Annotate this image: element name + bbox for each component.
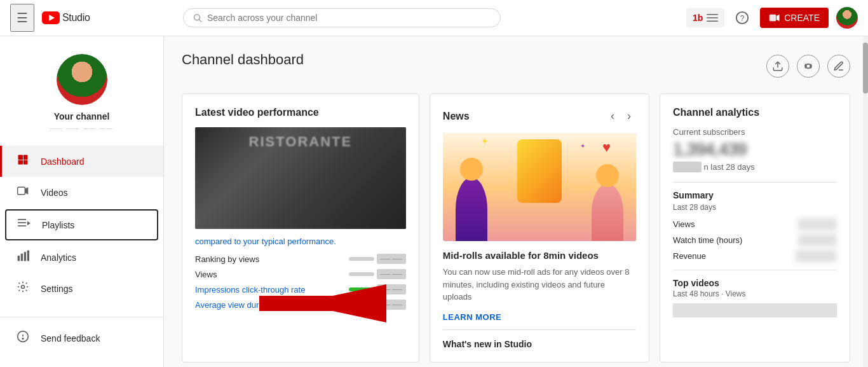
create-icon <box>769 12 780 24</box>
channel-avatar[interactable] <box>57 54 107 105</box>
stat-duration-label: Average view duration <box>195 300 276 310</box>
sidebar-item-playlists[interactable]: Playlists <box>5 209 158 240</box>
videos-icon <box>15 184 31 200</box>
search-input[interactable] <box>207 13 491 23</box>
news-section2-title: What's new in Studio <box>443 339 636 349</box>
page-title: Channel dashboard <box>182 52 304 68</box>
playlists-icon <box>17 217 32 233</box>
upload-icon <box>772 60 783 72</box>
menu-icon <box>707 12 718 24</box>
svg-point-30 <box>806 64 811 69</box>
news-navigation: ‹ › <box>606 107 636 125</box>
svg-rect-13 <box>18 160 24 165</box>
thumbnail-image: RISTORANTE <box>195 127 406 229</box>
studio-text: Studio <box>62 12 90 24</box>
sidebar-nav: Dashboard Videos <box>0 146 163 304</box>
user-avatar[interactable] <box>836 7 858 29</box>
header-actions <box>766 55 850 78</box>
live-button[interactable] <box>797 55 820 78</box>
news-article-desc: You can now use mid-roll ads for any vid… <box>443 266 636 303</box>
sidebar-item-analytics[interactable]: Analytics <box>0 242 163 273</box>
analytics-icon <box>15 249 31 265</box>
edit-button[interactable] <box>827 55 850 78</box>
analytics-label: Analytics <box>41 253 76 263</box>
settings-icon <box>15 280 31 296</box>
svg-rect-9 <box>770 15 776 22</box>
search-icon <box>193 13 202 23</box>
views-label: Views <box>673 219 695 229</box>
channel-profile: Your channel ── ── ── ── <box>0 46 163 146</box>
edit-icon <box>833 60 844 72</box>
analytics-divider-2 <box>673 270 837 270</box>
cards-row: Latest video performance RISTORANTE comp… <box>182 93 850 363</box>
notification-button[interactable]: 1b <box>686 8 724 27</box>
news-illustration: ♥ ✦ ✦ <box>443 133 636 241</box>
channel-handle: ── ── ── ── <box>50 124 113 133</box>
youtube-icon <box>42 11 60 24</box>
summary-title: Summary <box>673 190 837 200</box>
svg-rect-6 <box>707 21 718 22</box>
growth-text: ──── n last 28 days <box>673 162 837 172</box>
settings-label: Settings <box>41 284 73 294</box>
youtube-studio-logo[interactable]: Studio <box>42 11 90 24</box>
notification-count: 1b <box>693 13 703 23</box>
revenue-value: ──── <box>796 250 837 262</box>
sidebar-item-videos[interactable]: Videos <box>0 177 163 208</box>
news-image: ♥ ✦ ✦ <box>443 133 636 241</box>
news-next-button[interactable]: › <box>622 107 636 125</box>
video-performance-card: Latest video performance RISTORANTE comp… <box>182 93 419 363</box>
stat-ranking-label: Ranking by views <box>195 254 259 264</box>
upload-button[interactable] <box>766 55 789 78</box>
stat-duration-bar <box>349 303 374 307</box>
stat-ctr: Impressions click-through rate ── ── <box>195 284 406 294</box>
svg-rect-18 <box>18 222 26 223</box>
video-thumbnail[interactable]: RISTORANTE <box>195 127 406 229</box>
analytics-divider-1 <box>673 182 837 183</box>
dashboard-icon <box>15 153 31 169</box>
svg-point-28 <box>22 338 24 340</box>
sidebar-item-settings[interactable]: Settings <box>0 273 163 304</box>
svg-rect-4 <box>707 14 718 15</box>
stat-views-label: Views <box>195 270 217 279</box>
stat-views: Views ── ── <box>195 269 406 279</box>
feedback-icon <box>15 330 31 346</box>
sidebar-item-send-feedback[interactable]: Send feedback <box>0 322 163 354</box>
scroll-thumb[interactable] <box>863 43 868 93</box>
scroll-track <box>863 36 868 367</box>
hamburger-menu[interactable]: ☰ <box>10 4 34 32</box>
live-icon <box>802 60 815 73</box>
sidebar-item-dashboard[interactable]: Dashboard <box>0 146 163 177</box>
svg-rect-5 <box>707 17 718 18</box>
growth-suffix: n last 28 days <box>703 162 754 172</box>
revenue-label: Revenue <box>673 251 706 261</box>
playlists-label: Playlists <box>42 220 74 230</box>
svg-rect-23 <box>24 252 26 261</box>
svg-rect-21 <box>18 256 20 261</box>
dashboard-label: Dashboard <box>41 156 85 167</box>
channel-name: Your channel <box>54 111 110 121</box>
sidebar: Your channel ── ── ── ── Dashboard <box>0 36 164 367</box>
learn-more-button[interactable]: LEARN MORE <box>443 312 636 322</box>
create-button[interactable]: CREATE <box>760 8 829 28</box>
summary-sub: Last 28 days <box>673 203 837 212</box>
create-label: CREATE <box>784 13 820 23</box>
watchtime-value: ──── <box>798 234 837 246</box>
top-video-item: ───────────────────────── <box>673 303 837 317</box>
nav-left: ☰ Studio <box>10 4 90 32</box>
help-button[interactable]: ? <box>732 8 752 28</box>
search-bar[interactable] <box>183 8 501 27</box>
svg-point-25 <box>22 286 25 289</box>
stat-ranking-bar <box>349 257 374 261</box>
svg-rect-24 <box>27 251 29 261</box>
news-card: News ‹ › <box>430 93 649 363</box>
nav-right: 1b ? CREATE <box>686 7 858 29</box>
stat-views-value: ── ── <box>349 269 406 279</box>
news-section2: What's new in Studio <box>443 329 636 349</box>
svg-rect-19 <box>18 225 26 226</box>
news-article-title: Mid-rolls available for 8min videos <box>443 250 636 261</box>
subscribers-count: 1,394,439 <box>673 139 837 160</box>
video-comparison-text: compared to your typical performance. <box>195 237 406 246</box>
analytics-views-row: Views ──── <box>673 218 837 230</box>
main-content: Channel dashboard <box>164 36 868 367</box>
news-prev-button[interactable]: ‹ <box>606 107 620 125</box>
